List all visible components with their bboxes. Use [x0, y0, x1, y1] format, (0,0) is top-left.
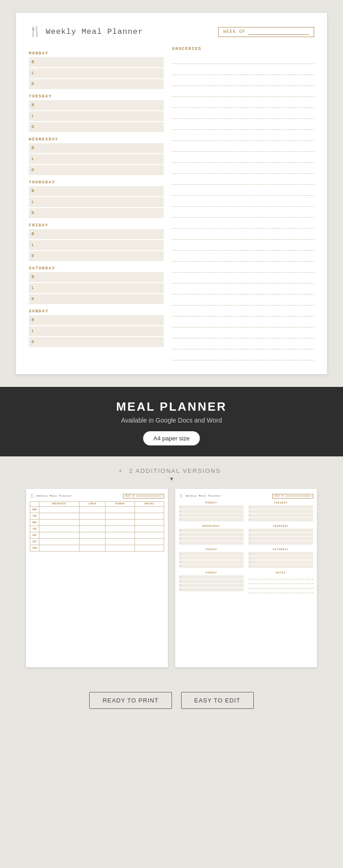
thumb2-meal-row: L [248, 509, 313, 513]
grocery-line [172, 54, 314, 64]
meal-row: D [29, 122, 164, 132]
thumb2-meal-letter: L [180, 534, 181, 536]
grocery-line [172, 219, 314, 229]
week-of-label: WEEK OF [223, 29, 246, 34]
day-label-monday: MONDAY [29, 51, 164, 56]
thumb2-notes-line [248, 580, 313, 584]
thumb2-week-of: WEEK OF [272, 494, 313, 498]
thumb1-data-cell [80, 532, 105, 539]
thumb2-meal-row: B [248, 529, 313, 532]
thumb2-meal-row: S [248, 564, 313, 568]
ready-to-print-button[interactable]: READY TO PRINT [89, 692, 172, 709]
thumb2-meal-row: D [179, 584, 244, 587]
thumb2-day-block: FRIDAYBLDS [179, 548, 244, 568]
thumb2-day-block: SUNDAYBLDS [179, 571, 244, 594]
meal-row: D [29, 294, 164, 304]
grocery-line [172, 306, 314, 316]
thumbnail-2: 🍴 Weekly Meal Planner WEEK OF MONDAYBLDS… [175, 489, 317, 667]
grocery-line [172, 186, 314, 196]
planner-card: 🍴 Weekly Meal Planner WEEK OF MONDAYBLDT… [16, 13, 327, 374]
meal-row: L [29, 154, 164, 164]
header-left: 🍴 Weekly Meal Planner [29, 26, 143, 38]
meal-letter: L [32, 243, 34, 247]
thumb1-data-cell [105, 513, 134, 520]
grocery-line [172, 153, 314, 163]
thumb2-title: Weekly Meal Planner [186, 494, 221, 498]
thumb2-meal-letter: S [250, 565, 251, 567]
thumb2-meal-row: L [179, 579, 244, 583]
grocery-line [172, 208, 314, 218]
thumb2-icon: 🍴 [179, 493, 184, 498]
grocery-line [172, 109, 314, 119]
thumb1-col-header: SNACKS [134, 502, 164, 507]
thumb1-title-group: 🍴 Weekly Meal Planner [30, 493, 72, 498]
thumb1-data-cell [134, 545, 164, 552]
grocery-line [172, 120, 314, 130]
thumb1-day-cell: SUN [30, 545, 39, 552]
thumb2-meal-row: S [179, 588, 244, 591]
meal-row: D [29, 208, 164, 218]
day-label-friday: FRIDAY [29, 223, 164, 228]
day-label-sunday: SUNDAY [29, 309, 164, 314]
thumb1-week-of: WEEK OF [123, 494, 164, 498]
grocery-line [172, 197, 314, 207]
thumb2-notes-line [248, 575, 313, 579]
thumb1-day-cell: SAT [30, 539, 39, 545]
thumb1-data-cell [105, 539, 134, 545]
thumb2-meal-letter: B [180, 576, 181, 578]
promo-subtitle: Available in Google Docs and Word [9, 417, 334, 424]
meal-row: B [29, 57, 164, 67]
thumb2-day-block: MONDAYBLDS [179, 501, 244, 522]
meal-letter: B [32, 189, 34, 193]
thumb1-data-cell [105, 526, 134, 532]
meal-row: D [29, 337, 164, 347]
thumb1-day-cell: TUE [30, 513, 39, 520]
thumb2-meal-letter: D [180, 561, 181, 563]
versions-label: 2 ADDITIONAL VERSIONS [129, 467, 220, 474]
thumbnail-1: 🍴 Weekly Meal Planner WEEK OF BREAKFASTL… [26, 489, 168, 667]
promo-section: MEAL PLANNER Available in Google Docs an… [0, 387, 343, 456]
grocery-line [172, 65, 314, 75]
thumb2-meal-row: S [179, 541, 244, 545]
grocery-line [172, 295, 314, 305]
thumb2-header: 🍴 Weekly Meal Planner WEEK OF [179, 493, 313, 498]
versions-section: + 2 ADDITIONAL VERSIONS ▼ 🍴 Weekly Meal … [0, 456, 343, 684]
grocery-line [172, 76, 314, 86]
thumb1-data-cell [39, 532, 80, 539]
meal-letter: B [32, 60, 34, 64]
thumb2-day-label: MONDAY [179, 501, 244, 504]
meal-letter: D [32, 168, 34, 172]
meal-letter: D [32, 211, 34, 215]
meal-letter: D [32, 297, 34, 301]
meal-letter: L [32, 114, 34, 118]
thumb2-meal-row: D [248, 537, 313, 541]
thumb2-day-label: FRIDAY [179, 548, 244, 551]
thumb2-day-block: NOTES [248, 571, 313, 594]
thumb2-meal-letter: L [250, 510, 251, 512]
thumb2-meal-letter: D [250, 538, 251, 540]
thumb2-meal-row: B [248, 552, 313, 556]
thumb1-col-header: BREAKFAST [39, 502, 80, 507]
thumb2-meal-letter: D [180, 538, 181, 540]
thumb2-meal-row: D [248, 560, 313, 564]
thumb1-data-cell [80, 539, 105, 545]
day-label-saturday: SATURDAY [29, 266, 164, 271]
meal-row: B [29, 229, 164, 239]
thumb2-notes-line [248, 589, 313, 593]
thumb1-data-cell [134, 532, 164, 539]
thumb1-data-cell [80, 545, 105, 552]
thumb1-data-cell [105, 520, 134, 526]
thumb2-meal-letter: B [180, 553, 181, 555]
thumb2-meal-row: D [179, 514, 244, 517]
thumb1-data-cell [134, 526, 164, 532]
meal-letter: B [32, 232, 34, 236]
thumb2-meal-letter: D [180, 584, 181, 586]
thumb2-meal-letter: S [180, 589, 181, 590]
meal-letter: D [32, 254, 34, 258]
thumb1-data-cell [39, 545, 80, 552]
bottom-buttons: READY TO PRINT EASY TO EDIT [0, 684, 343, 722]
thumb2-meal-letter: B [250, 530, 251, 531]
thumb2-meal-row: S [179, 518, 244, 521]
grocery-lines [172, 54, 314, 360]
easy-to-edit-button[interactable]: EASY TO EDIT [181, 692, 254, 709]
